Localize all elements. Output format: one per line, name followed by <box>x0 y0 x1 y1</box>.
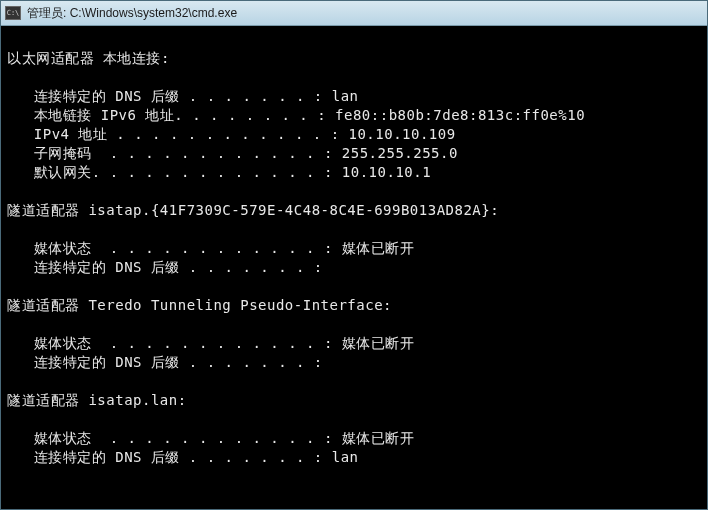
dns-suffix-label: 连接特定的 DNS 后缀 . . . . . . . : <box>7 354 323 370</box>
cmd-icon: C:\ <box>5 6 21 20</box>
media-state-value: 媒体已断开 <box>333 430 414 446</box>
adapter-header: 隧道适配器 isatap.{41F7309C-579E-4C48-8C4E-69… <box>7 202 499 218</box>
adapter-header: 隧道适配器 isatap.lan: <box>7 392 187 408</box>
media-state-value: 媒体已断开 <box>333 240 414 256</box>
dns-suffix-value: lan <box>323 449 359 465</box>
console-output[interactable]: 以太网适配器 本地连接: 连接特定的 DNS 后缀 . . . . . . . … <box>1 26 707 509</box>
adapter-header: 以太网适配器 本地连接: <box>7 50 170 66</box>
media-state-label: 媒体状态 . . . . . . . . . . . . : <box>7 240 333 256</box>
ipv6-value: fe80::b80b:7de8:813c:ff0e%10 <box>326 107 585 123</box>
ipv4-value: 10.10.10.109 <box>340 126 456 142</box>
dns-suffix-label: 连接特定的 DNS 后缀 . . . . . . . : <box>7 449 323 465</box>
dns-suffix-label: 连接特定的 DNS 后缀 . . . . . . . : <box>7 88 323 104</box>
subnet-label: 子网掩码 . . . . . . . . . . . . : <box>7 145 333 161</box>
dns-suffix-value: lan <box>323 88 359 104</box>
media-state-value: 媒体已断开 <box>333 335 414 351</box>
gateway-label: 默认网关. . . . . . . . . . . . . : <box>7 164 333 180</box>
titlebar[interactable]: C:\ 管理员: C:\Windows\system32\cmd.exe <box>1 1 707 26</box>
media-state-label: 媒体状态 . . . . . . . . . . . . : <box>7 335 333 351</box>
adapter-header: 隧道适配器 Teredo Tunneling Pseudo-Interface: <box>7 297 392 313</box>
cmd-window: C:\ 管理员: C:\Windows\system32\cmd.exe 以太网… <box>0 0 708 510</box>
dns-suffix-label: 连接特定的 DNS 后缀 . . . . . . . : <box>7 259 323 275</box>
subnet-value: 255.255.255.0 <box>333 145 458 161</box>
media-state-label: 媒体状态 . . . . . . . . . . . . : <box>7 430 333 446</box>
ipv6-label: 本地链接 IPv6 地址. . . . . . . . : <box>7 107 326 123</box>
gateway-value: 10.10.10.1 <box>333 164 431 180</box>
ipv4-label: IPv4 地址 . . . . . . . . . . . . : <box>7 126 340 142</box>
titlebar-text: 管理员: C:\Windows\system32\cmd.exe <box>27 5 237 22</box>
